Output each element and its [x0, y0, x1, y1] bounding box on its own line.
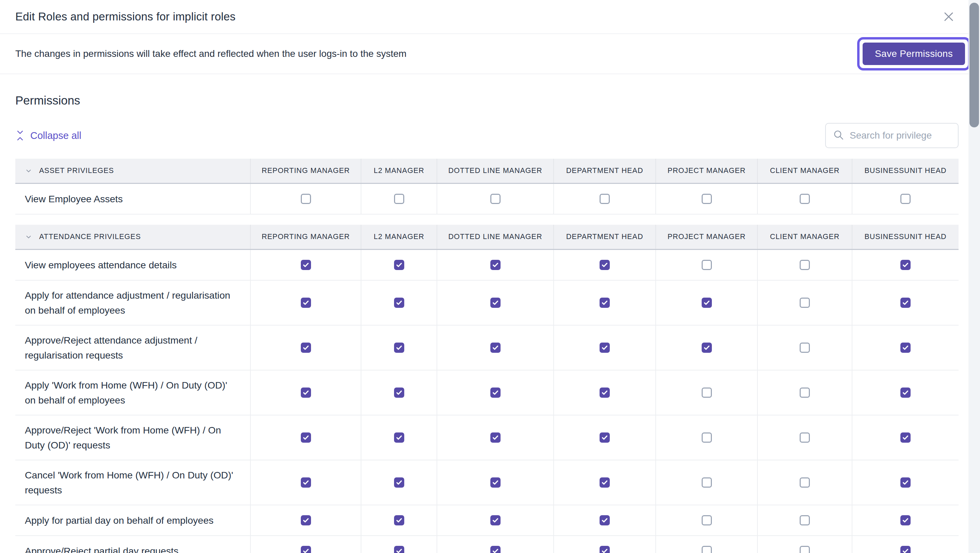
info-text: The changes in permissions will take eff…	[15, 48, 407, 59]
permission-checkbox[interactable]	[301, 515, 311, 526]
permission-checkbox[interactable]	[394, 298, 404, 308]
permission-checkbox[interactable]	[800, 387, 810, 398]
chevron-down-icon[interactable]	[25, 167, 32, 175]
permission-checkbox[interactable]	[900, 515, 911, 526]
permission-checkbox[interactable]	[800, 298, 810, 308]
checkbox-cell	[361, 416, 437, 460]
checkbox-cell	[853, 325, 959, 370]
permission-checkbox[interactable]	[394, 546, 404, 553]
permission-checkbox[interactable]	[490, 260, 501, 270]
permission-checkbox[interactable]	[800, 546, 810, 553]
permission-checkbox[interactable]	[702, 298, 712, 308]
checkbox-cell	[437, 325, 554, 370]
permission-checkbox[interactable]	[702, 387, 712, 398]
permission-checkbox[interactable]	[702, 477, 712, 488]
permission-checkbox[interactable]	[301, 387, 311, 398]
scrollbar-thumb[interactable]	[969, 3, 979, 127]
permission-checkbox[interactable]	[800, 432, 810, 443]
permission-checkbox[interactable]	[600, 432, 610, 443]
checkbox-cell	[554, 325, 656, 370]
checkbox-cell	[656, 280, 758, 325]
permission-checkbox[interactable]	[800, 343, 810, 353]
permission-checkbox[interactable]	[600, 260, 610, 270]
permission-checkbox[interactable]	[301, 260, 311, 270]
privilege-label: Approve/Reject partial day requests	[25, 543, 179, 553]
permission-checkbox[interactable]	[301, 298, 311, 308]
permission-checkbox[interactable]	[702, 546, 712, 553]
column-header: DOTTED LINE MANAGER	[437, 225, 554, 249]
section-title-cell[interactable]: ASSET PRIVILEGES	[15, 159, 251, 183]
chevron-down-icon[interactable]	[25, 233, 32, 241]
permission-checkbox[interactable]	[702, 260, 712, 270]
permission-checkbox[interactable]	[394, 387, 404, 398]
permissions-content: Permissions Collapse all ASSET PRIVILEGE…	[0, 94, 980, 553]
permission-checkbox[interactable]	[490, 387, 501, 398]
permission-checkbox[interactable]	[900, 298, 911, 308]
checkbox-cell	[437, 536, 554, 553]
permission-checkbox[interactable]	[490, 298, 501, 308]
permission-checkbox[interactable]	[600, 546, 610, 553]
privilege-label: Cancel 'Work from Home (WFH) / On Duty (…	[25, 467, 235, 497]
close-icon[interactable]	[941, 9, 956, 24]
save-permissions-button[interactable]: Save Permissions	[862, 43, 965, 65]
search-input[interactable]	[850, 130, 951, 141]
permission-checkbox[interactable]	[600, 387, 610, 398]
permission-checkbox[interactable]	[600, 298, 610, 308]
permission-checkbox[interactable]	[702, 515, 712, 526]
privilege-label: Apply for partial day on behalf of emplo…	[25, 513, 214, 528]
checkbox-cell	[853, 505, 959, 535]
permission-checkbox[interactable]	[900, 387, 911, 398]
permission-checkbox[interactable]	[490, 515, 501, 526]
permission-checkbox[interactable]	[900, 260, 911, 270]
permission-checkbox[interactable]	[301, 477, 311, 488]
permission-checkbox[interactable]	[394, 343, 404, 353]
permission-checkbox[interactable]	[900, 546, 911, 553]
permission-checkbox[interactable]	[800, 515, 810, 526]
permission-checkbox[interactable]	[394, 432, 404, 443]
permission-checkbox[interactable]	[600, 515, 610, 526]
permission-checkbox[interactable]	[600, 477, 610, 488]
permission-checkbox[interactable]	[490, 432, 501, 443]
checkbox-cell	[853, 461, 959, 505]
privilege-label: View Employee Assets	[25, 191, 123, 206]
permission-checkbox[interactable]	[600, 194, 610, 204]
permission-checkbox[interactable]	[394, 477, 404, 488]
section-title-cell[interactable]: ATTENDANCE PRIVILEGES	[15, 225, 251, 249]
search-box[interactable]	[825, 123, 959, 148]
permission-checkbox[interactable]	[800, 194, 810, 204]
permission-checkbox[interactable]	[301, 546, 311, 553]
permission-checkbox[interactable]	[394, 194, 404, 204]
section-title: ASSET PRIVILEGES	[39, 167, 114, 175]
checkbox-cell	[758, 250, 853, 280]
permission-checkbox[interactable]	[394, 260, 404, 270]
checkbox-cell	[758, 505, 853, 535]
collapse-vertical-icon	[15, 130, 25, 141]
permission-checkbox[interactable]	[702, 343, 712, 353]
checkbox-cell	[656, 184, 758, 214]
permission-checkbox[interactable]	[301, 432, 311, 443]
permission-checkbox[interactable]	[900, 343, 911, 353]
checkbox-cell	[853, 184, 959, 214]
permission-checkbox[interactable]	[800, 260, 810, 270]
permission-checkbox[interactable]	[800, 477, 810, 488]
permission-checkbox[interactable]	[702, 194, 712, 204]
column-header: L2 MANAGER	[361, 225, 437, 249]
column-header: DEPARTMENT HEAD	[554, 225, 656, 249]
permission-checkbox[interactable]	[301, 194, 311, 204]
permission-checkbox[interactable]	[490, 194, 501, 204]
permission-checkbox[interactable]	[490, 477, 501, 488]
scrollbar-track[interactable]	[969, 0, 980, 553]
permission-checkbox[interactable]	[900, 432, 911, 443]
permission-checkbox[interactable]	[702, 432, 712, 443]
permission-checkbox[interactable]	[490, 546, 501, 553]
permission-checkbox[interactable]	[900, 477, 911, 488]
privilege-row: Apply for attendance adjustment / regula…	[15, 280, 959, 325]
privilege-row: View employees attendance details	[15, 250, 959, 280]
permission-checkbox[interactable]	[394, 515, 404, 526]
collapse-all-link[interactable]: Collapse all	[15, 130, 81, 141]
permission-checkbox[interactable]	[600, 343, 610, 353]
checkbox-cell	[656, 325, 758, 370]
permission-checkbox[interactable]	[490, 343, 501, 353]
permission-checkbox[interactable]	[301, 343, 311, 353]
permission-checkbox[interactable]	[900, 194, 911, 204]
